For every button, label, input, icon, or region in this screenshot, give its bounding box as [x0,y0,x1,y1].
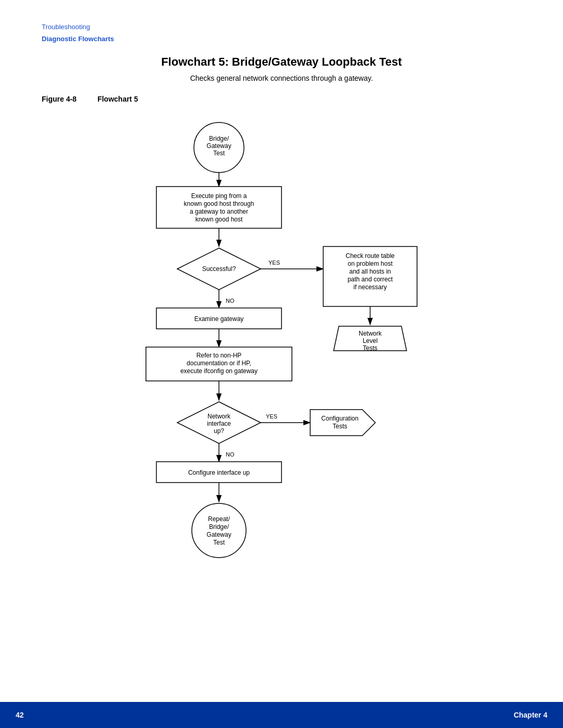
figure-title: Flowchart 5 [97,95,138,103]
page: Troubleshooting Diagnostic Flowcharts Fl… [0,0,563,728]
config-tests-text2: Tests [333,423,347,430]
configure-up-text: Configure interface up [188,469,250,476]
config-tests-text1: Configuration [321,415,358,422]
refer-doc-text3: execute ifconfig on gateway [180,367,258,375]
execute-ping-text2: known good host through [184,200,254,207]
repeat-text3: Gateway [206,531,231,538]
breadcrumbs: Troubleshooting Diagnostic Flowcharts [42,21,521,45]
figure-label: Figure 4-8 [42,95,77,103]
start-label2: Gateway [206,142,231,150]
flowchart-svg: Bridge/ Gateway Test Execute ping from a… [42,119,521,588]
no-label1: NO [226,298,235,304]
check-route-text3: and all hosts in [349,268,391,275]
check-route-text1: Check route table [346,252,395,260]
check-route-text2: on problem host [348,260,393,267]
page-footer: 42 Chapter 4 [0,702,563,728]
netint-text2: interface [207,420,231,427]
breadcrumb-diagnostic-flowcharts[interactable]: Diagnostic Flowcharts [42,35,114,43]
breadcrumb-troubleshooting[interactable]: Troubleshooting [42,23,90,31]
execute-ping-text1: Execute ping from a [191,192,247,200]
netint-text3: up? [214,427,224,435]
footer-chapter: Chapter 4 [513,711,547,719]
successful-label: Successful? [202,265,236,273]
check-route-text5: if necessary [353,283,387,291]
page-title: Flowchart 5: Bridge/Gateway Loopback Tes… [42,55,521,69]
repeat-circle [192,503,246,558]
netint-text1: Network [207,413,231,420]
execute-ping-text3: a gateway to another [190,208,248,215]
repeat-text1: Repeat/ [208,515,230,523]
refer-doc-text1: Refer to non-HP [197,352,242,359]
repeat-text2: Bridge/ [209,523,229,530]
check-route-text4: path and correct [348,276,393,283]
network-level-text3: Tests [363,344,377,352]
examine-gateway-text: Examine gateway [194,315,244,323]
execute-ping-text4: known good host [195,216,243,223]
start-label: Bridge/ [209,135,229,142]
network-level-text2: Level [363,337,378,344]
repeat-text4: Test [213,539,225,546]
no-label2: NO [226,451,235,458]
subtitle: Checks general network connections throu… [42,74,521,82]
yes-label1: YES [268,260,280,266]
network-level-text1: Network [359,330,382,337]
footer-page-number: 42 [16,711,24,719]
refer-doc-text2: documentation or if HP, [187,360,251,367]
start-label3: Test [213,150,225,157]
figure-heading: Figure 4-8 Flowchart 5 [42,95,521,103]
flowchart-area: Bridge/ Gateway Test Execute ping from a… [42,119,521,588]
yes-label2: YES [266,413,277,419]
